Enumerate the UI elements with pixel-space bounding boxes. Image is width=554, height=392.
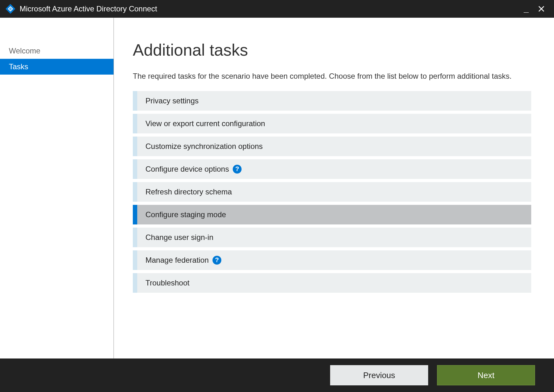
task-manage-federation[interactable]: Manage federation ? bbox=[133, 250, 531, 270]
task-accent bbox=[133, 273, 137, 293]
footer: Previous Next bbox=[0, 358, 554, 392]
task-customize-sync[interactable]: Customize synchronization options bbox=[133, 137, 531, 156]
task-configure-staging-mode[interactable]: Configure staging mode bbox=[133, 205, 531, 224]
task-troubleshoot[interactable]: Troubleshoot bbox=[133, 273, 531, 293]
task-label: Change user sign-in bbox=[137, 233, 213, 242]
body: Welcome Tasks Additional tasks The requi… bbox=[0, 18, 554, 358]
next-button[interactable]: Next bbox=[437, 365, 535, 385]
previous-button[interactable]: Previous bbox=[330, 365, 428, 385]
sidebar-item-label: Welcome bbox=[9, 46, 40, 55]
task-label: Manage federation bbox=[137, 256, 209, 265]
task-list: Privacy settings View or export current … bbox=[133, 91, 531, 293]
titlebar: Microsoft Azure Active Directory Connect… bbox=[0, 0, 554, 18]
task-accent bbox=[133, 205, 137, 224]
task-label: Privacy settings bbox=[137, 96, 199, 105]
task-accent bbox=[133, 91, 137, 111]
task-accent bbox=[133, 114, 137, 133]
task-refresh-schema[interactable]: Refresh directory schema bbox=[133, 182, 531, 202]
task-accent bbox=[133, 159, 137, 179]
minimize-button[interactable]: _ bbox=[519, 0, 534, 18]
task-label: Customize synchronization options bbox=[137, 142, 263, 151]
page-subtitle: The required tasks for the scenario have… bbox=[133, 71, 525, 82]
help-icon[interactable]: ? bbox=[212, 256, 221, 265]
task-label: Refresh directory schema bbox=[137, 187, 232, 196]
task-accent bbox=[133, 228, 137, 247]
main-content: Additional tasks The required tasks for … bbox=[114, 18, 554, 358]
task-privacy-settings[interactable]: Privacy settings bbox=[133, 91, 531, 111]
app-icon bbox=[5, 3, 16, 14]
task-change-user-signin[interactable]: Change user sign-in bbox=[133, 228, 531, 247]
task-accent bbox=[133, 250, 137, 270]
task-view-export-config[interactable]: View or export current configuration bbox=[133, 114, 531, 133]
task-label: View or export current configuration bbox=[137, 119, 265, 128]
task-configure-device-options[interactable]: Configure device options ? bbox=[133, 159, 531, 179]
task-label: Configure staging mode bbox=[137, 210, 226, 219]
task-label: Troubleshoot bbox=[137, 279, 189, 287]
sidebar-item-welcome[interactable]: Welcome bbox=[0, 43, 114, 59]
task-label: Configure device options bbox=[137, 165, 229, 174]
app-title: Microsoft Azure Active Directory Connect bbox=[20, 4, 519, 13]
task-accent bbox=[133, 137, 137, 156]
page-title: Additional tasks bbox=[133, 40, 535, 59]
close-button[interactable] bbox=[534, 0, 549, 18]
window: Microsoft Azure Active Directory Connect… bbox=[0, 0, 554, 392]
help-icon[interactable]: ? bbox=[233, 165, 242, 174]
sidebar: Welcome Tasks bbox=[0, 18, 114, 358]
sidebar-item-label: Tasks bbox=[9, 62, 28, 71]
task-accent bbox=[133, 182, 137, 202]
sidebar-item-tasks[interactable]: Tasks bbox=[0, 59, 114, 75]
